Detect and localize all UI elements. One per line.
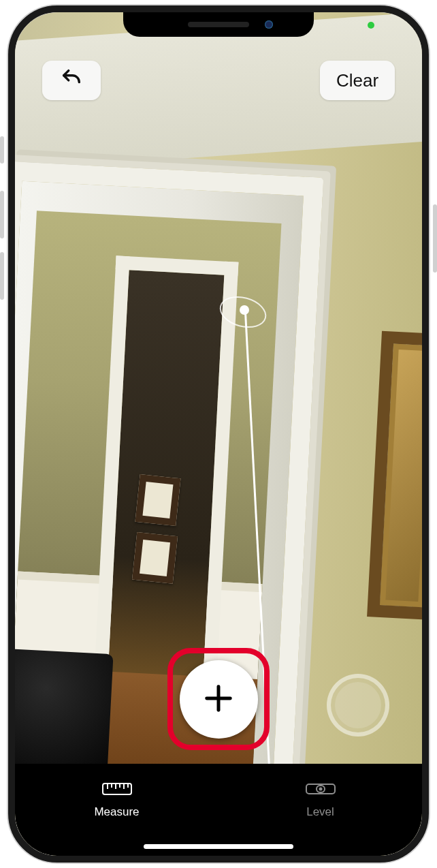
device-silence-switch xyxy=(0,136,4,164)
scene-picture-frame xyxy=(135,474,180,526)
tab-measure[interactable]: Measure xyxy=(15,764,218,835)
device-side-button xyxy=(433,204,437,273)
clear-button[interactable]: Clear xyxy=(320,61,395,100)
home-indicator[interactable] xyxy=(144,844,293,849)
capture-button[interactable] xyxy=(327,674,389,737)
tab-level[interactable]: Level xyxy=(218,764,422,835)
level-icon xyxy=(306,780,336,801)
tutorial-highlight xyxy=(167,648,270,750)
top-controls: Clear xyxy=(15,53,422,108)
tab-measure-label: Measure xyxy=(94,805,139,819)
camera-privacy-indicator-icon xyxy=(368,22,374,29)
tab-bar: Measure Level xyxy=(15,764,422,856)
undo-button[interactable] xyxy=(42,61,101,100)
screen: Clear xyxy=(15,12,422,856)
ruler-icon xyxy=(102,780,132,801)
ar-anchor-point-icon xyxy=(240,305,249,315)
svg-point-11 xyxy=(319,788,322,791)
bottom-controls: Measure Level xyxy=(15,651,422,856)
scene-gold-frame xyxy=(367,331,422,621)
undo-icon xyxy=(60,67,83,95)
scene-picture-frame xyxy=(132,532,178,584)
device-notch xyxy=(123,12,314,37)
add-point-button[interactable] xyxy=(180,660,258,739)
plus-icon xyxy=(203,683,234,716)
iphone-frame: Clear xyxy=(8,5,429,863)
device-volume-up xyxy=(0,191,4,238)
scene-interior-doorway xyxy=(94,255,238,684)
device-front-camera xyxy=(265,20,273,29)
clear-button-label: Clear xyxy=(336,70,378,91)
device-speaker xyxy=(188,22,249,27)
device-volume-down xyxy=(0,252,4,300)
tab-level-label: Level xyxy=(306,805,334,819)
